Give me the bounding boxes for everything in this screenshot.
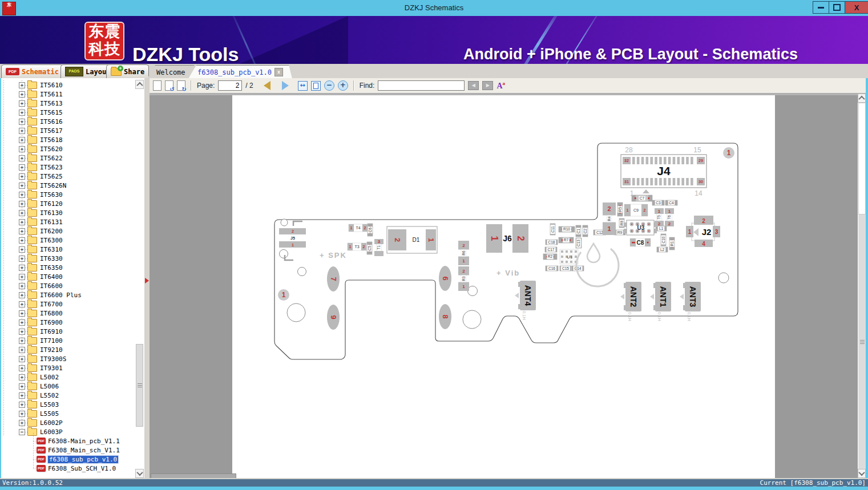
expand-icon[interactable]: + — [19, 319, 25, 326]
expand-icon[interactable]: + — [19, 146, 25, 152]
tree-scrollbar-thumb[interactable] — [136, 344, 143, 427]
tab-share[interactable]: + Share — [106, 64, 149, 78]
expand-icon[interactable]: + — [19, 292, 25, 298]
tree-item-IT5618[interactable]: +IT5618 — [19, 135, 63, 144]
tree-item-IT6200[interactable]: +IT6200 — [19, 226, 63, 236]
tree-item-IT5626N[interactable]: +IT5626N — [19, 181, 66, 190]
expand-icon[interactable]: + — [19, 383, 25, 390]
tree-item-F6308_Main_sch_V1.1[interactable]: PDFF6308_Main_sch_V1.1 — [37, 446, 120, 455]
expand-icon[interactable]: + — [19, 155, 25, 161]
tree-item-IT6120[interactable]: +IT6120 — [19, 199, 63, 208]
expand-icon[interactable]: + — [19, 128, 25, 134]
viewer-scrollbar[interactable] — [858, 94, 866, 478]
expand-icon[interactable]: + — [19, 338, 25, 344]
font-size-icon[interactable]: Aa — [496, 80, 505, 91]
tree-item-IT6330[interactable]: +IT6330 — [19, 254, 63, 263]
tab-schematic[interactable]: PDF Schematic — [1, 64, 63, 78]
expand-icon[interactable]: + — [19, 219, 25, 225]
expand-icon[interactable]: + — [19, 110, 25, 116]
scroll-up-icon[interactable] — [858, 94, 866, 103]
tree-item-F6308_Sub_SCH_V1.0[interactable]: PDFF6308_Sub_SCH_V1.0 — [37, 464, 116, 473]
expand-icon[interactable]: + — [19, 228, 25, 234]
previous-page-button[interactable] — [264, 81, 271, 90]
tree-item-IT6600[interactable]: +IT6600 — [19, 281, 63, 290]
tree-item-IT6300[interactable]: +IT6300 — [19, 236, 63, 245]
expand-icon[interactable]: + — [19, 173, 25, 180]
tab-document-active[interactable]: f6308_sub_pcb_v1.0 x — [188, 65, 292, 79]
rotate-left-icon[interactable]: ↺ — [165, 80, 173, 91]
expand-icon[interactable]: + — [19, 246, 25, 253]
tree-item-F6308-Main_pcb_V1.1[interactable]: PDFF6308-Main_pcb_V1.1 — [37, 436, 120, 446]
expand-icon[interactable]: + — [19, 137, 25, 143]
expand-icon[interactable]: + — [19, 374, 25, 380]
tree-item-L5505[interactable]: +L5505 — [19, 409, 59, 418]
tree-item-L5503[interactable]: +L5503 — [19, 400, 59, 409]
expand-icon[interactable]: + — [19, 237, 25, 244]
expand-icon[interactable]: + — [19, 283, 25, 289]
tree-item-L5002[interactable]: +L5002 — [19, 372, 59, 382]
horizontal-scrollbar-thumb[interactable] — [151, 473, 236, 478]
expand-icon[interactable]: + — [19, 274, 25, 280]
expand-icon[interactable]: + — [19, 392, 25, 399]
expand-icon[interactable]: + — [19, 411, 25, 417]
expand-icon[interactable]: + — [19, 310, 25, 317]
tree-item-IT5625[interactable]: +IT5625 — [19, 172, 63, 181]
expand-icon[interactable]: + — [19, 201, 25, 207]
tree-item-IT5610[interactable]: +IT5610 — [19, 80, 63, 90]
tree-item-IT6900[interactable]: +IT6900 — [19, 318, 63, 327]
tree-item-IT5620[interactable]: +IT5620 — [19, 144, 63, 153]
expand-icon[interactable]: + — [19, 356, 25, 362]
fit-page-button[interactable] — [311, 81, 321, 91]
next-page-button[interactable] — [282, 81, 289, 90]
viewer-scrollbar-thumb[interactable] — [858, 103, 866, 214]
scroll-down-icon[interactable] — [135, 469, 144, 478]
expand-icon[interactable]: + — [19, 329, 25, 335]
tree-item-IT9301[interactable]: +IT9301 — [19, 363, 63, 372]
rotate-right-icon[interactable]: ↻ — [177, 80, 185, 91]
tree-item-IT6130[interactable]: +IT6130 — [19, 208, 63, 217]
tree-item-IT6310[interactable]: +IT6310 — [19, 245, 63, 254]
tab-close-icon[interactable]: x — [274, 68, 283, 76]
minimize-button[interactable] — [813, 1, 829, 14]
expand-icon[interactable]: + — [19, 210, 25, 216]
tree-item-IT5630[interactable]: +IT5630 — [19, 190, 63, 199]
tree-item-IT6910[interactable]: +IT6910 — [19, 327, 63, 336]
expand-icon[interactable]: + — [19, 365, 25, 371]
tree-item-IT6800[interactable]: +IT6800 — [19, 309, 63, 318]
tree-item-IT5617[interactable]: +IT5617 — [19, 126, 63, 135]
expand-icon[interactable]: + — [19, 91, 25, 98]
expand-icon[interactable]: + — [19, 301, 25, 307]
tree-item-IT5616[interactable]: +IT5616 — [19, 117, 63, 126]
expand-icon[interactable]: + — [19, 402, 25, 408]
expand-icon[interactable]: − — [19, 429, 25, 435]
expand-icon[interactable]: + — [19, 164, 25, 171]
tree-item-IT5611[interactable]: +IT5611 — [19, 90, 63, 99]
tree-item-IT5615[interactable]: +IT5615 — [19, 108, 63, 117]
tree-item-L5006[interactable]: +L5006 — [19, 382, 59, 391]
tree-item-IT7100[interactable]: +IT7100 — [19, 336, 63, 345]
find-previous-icon[interactable]: ◀ — [468, 81, 479, 90]
tree-item-L6002P[interactable]: +L6002P — [19, 418, 63, 427]
tree-item-IT9300S[interactable]: +IT9300S — [19, 354, 66, 363]
tree-item-IT6700[interactable]: +IT6700 — [19, 299, 63, 309]
close-button[interactable]: X — [845, 1, 868, 14]
expand-icon[interactable]: + — [19, 347, 25, 353]
fit-width-button[interactable]: ↔ — [298, 81, 308, 91]
zoom-out-button[interactable]: − — [324, 80, 334, 91]
expand-icon[interactable]: + — [19, 100, 25, 107]
tree-item-f6308_sub_pcb_v1.0[interactable]: PDFf6308_sub_pcb_v1.0 — [37, 455, 118, 464]
expand-icon[interactable]: + — [19, 265, 25, 271]
expand-icon[interactable]: + — [19, 119, 25, 125]
find-next-icon[interactable]: ▶ — [482, 81, 493, 90]
tree-item-L5502[interactable]: +L5502 — [19, 391, 59, 400]
maximize-button[interactable] — [829, 1, 845, 14]
tree-scrollbar[interactable] — [135, 80, 144, 478]
expand-icon[interactable]: + — [19, 256, 25, 262]
expand-icon[interactable]: + — [19, 82, 25, 88]
single-page-icon[interactable] — [153, 80, 162, 91]
tree-item-IT5613[interactable]: +IT5613 — [19, 99, 63, 108]
expand-icon[interactable]: + — [19, 420, 25, 426]
tab-welcome[interactable]: Welcome — [147, 65, 195, 79]
expand-icon[interactable]: + — [19, 192, 25, 198]
find-input[interactable] — [378, 80, 465, 91]
